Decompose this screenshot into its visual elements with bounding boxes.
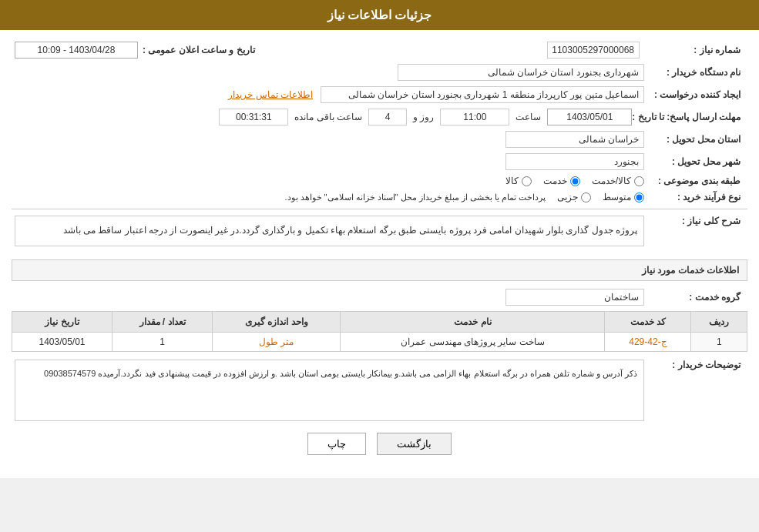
col-row: ردیف [691, 311, 747, 332]
need-number-value: 1103005297000068 [547, 42, 640, 59]
row-response-deadline: مهلت ارسال پاسخ: تا تاریخ : 1403/05/01 س… [12, 109, 747, 125]
page-header: جزئیات اطلاعات نیاز [0, 0, 759, 30]
purchase-note: پرداخت تمام یا بخشی از مبلغ خریداز محل "… [284, 192, 546, 202]
purchase-type-radio-group: متوسط جزیی [557, 192, 644, 202]
services-section-title: اطلاعات خدمات مورد نیاز [12, 259, 747, 281]
services-table-header-row: ردیف کد خدمت نام خدمت واحد اندازه گیری ت… [12, 311, 747, 332]
main-content: شماره نیاز : 1103005297000068 تاریخ و سا… [0, 30, 759, 478]
date-label: تاریخ و ساعت اعلان عمومی : [143, 45, 259, 55]
row-province: استان محل تحویل : خراسان شمالی [12, 131, 747, 148]
cell-name: ساخت سایر پروژهای مهندسی عمران [341, 332, 605, 351]
creator-value: اسماعیل متین پور کارپرداز منطقه 1 شهردار… [321, 86, 644, 103]
need-number-label: شماره نیاز : [644, 45, 744, 55]
page-title: جزئیات اطلاعات نیاز [327, 8, 432, 22]
date-value: 1403/04/28 - 10:09 [15, 42, 138, 59]
print-button[interactable]: چاپ [307, 433, 366, 455]
response-time: 11:00 [440, 109, 509, 125]
province-value: خراسان شمالی [505, 131, 644, 148]
cell-unit: متر طول [212, 332, 340, 351]
row-purchase-type: نوع فرآیند خرید : متوسط جزیی پرداخت تمام… [12, 192, 747, 202]
service-group-value: ساختمان [505, 289, 644, 306]
row-buyer-notes: توضیحات خریدار : ذکر آدرس و شماره تلفن ه… [12, 360, 747, 421]
buyer-notes-text: ذکر آدرس و شماره تلفن همراه در برگه استع… [15, 360, 644, 421]
response-deadline-label: مهلت ارسال پاسخ: تا تاریخ : [632, 112, 744, 122]
response-time-label: ساعت [516, 112, 541, 122]
row-need-number: شماره نیاز : 1103005297000068 تاریخ و سا… [12, 42, 747, 59]
col-code: کد خدمت [605, 311, 691, 332]
description-text: پروژه جدول گذاری بلوار شهیدان امامی فرد … [15, 216, 644, 246]
response-remain: 00:31:31 [219, 109, 288, 125]
button-group: بازگشت چاپ [12, 433, 747, 455]
col-name: نام خدمت [341, 311, 605, 332]
purchase-radio-jozi[interactable]: جزیی [557, 192, 591, 202]
col-unit: واحد اندازه گیری [212, 311, 340, 332]
buyer-org-label: نام دستگاه خریدار : [644, 67, 744, 78]
category-radio-group: کالا/خدمت خدمت کالا [505, 176, 644, 186]
services-table-head: ردیف کد خدمت نام خدمت واحد اندازه گیری ت… [12, 311, 747, 332]
buyer-notes-label: توضیحات خریدار : [644, 360, 744, 370]
province-label: استان محل تحویل : [644, 134, 744, 145]
row-service-group: گروه خدمت : ساختمان [12, 289, 747, 306]
cell-row: 1 [691, 332, 747, 351]
row-city: شهر محل تحویل : بجنورد [12, 153, 747, 170]
page-container: جزئیات اطلاعات نیاز شماره نیاز : 1103005… [0, 0, 759, 478]
description-label: شرح کلی نیاز : [644, 216, 744, 226]
category-radio-kala[interactable]: کالا [505, 176, 532, 186]
col-date: تاریخ نیاز [12, 311, 113, 332]
category-radio-khadamat[interactable]: خدمت [543, 176, 580, 186]
purchase-radio-motvaset[interactable]: متوسط [603, 192, 644, 202]
service-group-label: گروه خدمت : [644, 292, 744, 303]
category-radio-kala-khadamat[interactable]: کالا/خدمت [592, 176, 644, 186]
buyer-org-value: شهرداری بجنورد استان خراسان شمالی [398, 64, 644, 81]
purchase-type-label: نوع فرآیند خرید : [644, 192, 744, 202]
row-buyer-org: نام دستگاه خریدار : شهرداری بجنورد استان… [12, 64, 747, 81]
response-remain-label: ساعت باقی مانده [294, 112, 362, 122]
table-row: 1ج-42-429ساخت سایر پروژهای مهندسی عمرانم… [12, 332, 747, 351]
row-description: شرح کلی نیاز : پروژه جدول گذاری بلوار شه… [12, 216, 747, 254]
response-days: 4 [368, 109, 407, 125]
divider-1 [12, 209, 747, 209]
col-qty: تعداد / مقدار [113, 311, 213, 332]
contact-link[interactable]: اطلاعات تماس خریدار [228, 89, 313, 100]
row-creator: ایجاد کننده درخواست : اسماعیل متین پور ک… [12, 86, 747, 103]
response-days-label: روز و [413, 112, 434, 122]
services-table-body: 1ج-42-429ساخت سایر پروژهای مهندسی عمرانم… [12, 332, 747, 351]
services-table: ردیف کد خدمت نام خدمت واحد اندازه گیری ت… [12, 311, 747, 352]
creator-label: ایجاد کننده درخواست : [644, 89, 744, 100]
category-label: طبقه بندی موضوعی : [644, 176, 744, 186]
cell-date: 1403/05/01 [12, 332, 113, 351]
cell-qty: 1 [113, 332, 213, 351]
city-value: بجنورد [505, 153, 644, 170]
city-label: شهر محل تحویل : [644, 156, 744, 167]
back-button[interactable]: بازگشت [377, 433, 452, 455]
cell-code: ج-42-429 [605, 332, 691, 351]
response-date: 1403/05/01 [547, 109, 632, 125]
row-category: طبقه بندی موضوعی : کالا/خدمت خدمت کالا [12, 176, 747, 186]
